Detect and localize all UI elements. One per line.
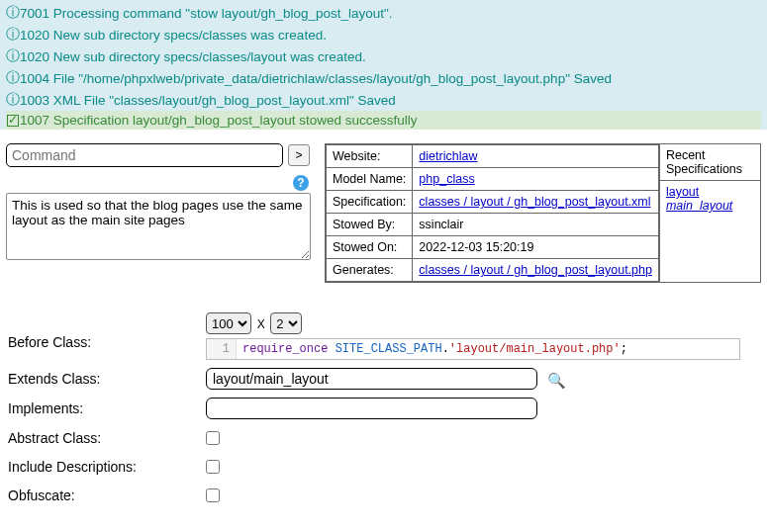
label-spec: Specification: — [327, 191, 413, 214]
label-obfuscate: Obfuscate: — [8, 485, 206, 503]
label-abstract: Abstract Class: — [8, 427, 206, 446]
label-before-class: Before Class: — [8, 312, 206, 350]
info-panel: Website: dietrichlaw Model Name: php_cla… — [325, 143, 761, 283]
log-text: 1020 New sub directory specs/classes was… — [20, 28, 327, 43]
value-stowedby: ssinclair — [413, 214, 659, 236]
code-editor[interactable]: 1 require_once SITE_CLASS_PATH.'layout/m… — [206, 338, 740, 360]
log-line: ⓘ 7001 Processing command "stow layout/g… — [6, 2, 761, 24]
label-stowedon: Stowed On: — [327, 236, 413, 259]
log-line: ⓘ 1020 New sub directory specs/classes w… — [6, 24, 761, 45]
go-button[interactable]: > — [288, 144, 310, 166]
recent-link-name: main_layout — [666, 199, 732, 213]
extends-input[interactable] — [206, 368, 537, 390]
code-gutter: 1 — [207, 339, 237, 359]
code-semi: ; — [621, 342, 627, 356]
value-stowedon: 2022-12-03 15:20:19 — [413, 236, 659, 259]
spec-link[interactable]: classes / layout / gh_blog_post_layout.x… — [419, 195, 650, 209]
log-text: 1007 Specification layout/gh_blog_post_l… — [20, 113, 418, 128]
width-select[interactable]: 100 — [206, 312, 251, 334]
log-text: 1004 File "/home/phpxlweb/private_data/d… — [20, 71, 612, 86]
info-icon: ⓘ — [6, 26, 20, 44]
info-icon: ⓘ — [6, 47, 20, 65]
command-input[interactable] — [6, 143, 283, 167]
code-dot: . — [442, 342, 449, 356]
label-stowedby: Stowed By: — [327, 214, 413, 236]
recent-header: Recent Specifications — [660, 144, 760, 181]
log-panel: ⓘ 7001 Processing command "stow layout/g… — [0, 0, 767, 130]
label-generates: Generates: — [327, 259, 413, 282]
log-text: 1003 XML File "classes/layout/gh_blog_po… — [20, 93, 396, 108]
code-string: 'layout/main_layout.php' — [449, 342, 621, 356]
log-text: 1020 New sub directory specs/classes/lay… — [20, 49, 366, 64]
height-select[interactable]: 2 — [270, 312, 302, 334]
website-link[interactable]: dietrichlaw — [419, 149, 477, 163]
log-line: ⓘ 1020 New sub directory specs/classes/l… — [6, 45, 761, 67]
help-icon[interactable]: ? — [293, 175, 309, 191]
log-text: 7001 Processing command "stow layout/gh_… — [20, 6, 393, 21]
description-textarea[interactable]: This is used so that the blog pages use … — [6, 193, 311, 260]
form-area: Before Class: 100 X 2 1 require_once SIT… — [0, 285, 767, 509]
code-keyword: require_once — [242, 342, 328, 356]
label-implements: Implements: — [8, 398, 206, 416]
check-icon — [6, 113, 20, 128]
code-const: SITE_CLASS_PATH — [336, 342, 442, 356]
log-success-line: 1007 Specification layout/gh_blog_post_l… — [6, 111, 761, 130]
label-model: Model Name: — [327, 168, 413, 191]
info-table: Website: dietrichlaw Model Name: php_cla… — [326, 144, 659, 282]
log-line: ⓘ 1004 File "/home/phpxlweb/private_data… — [6, 67, 761, 89]
include-desc-checkbox[interactable] — [206, 460, 220, 474]
label-website: Website: — [327, 145, 413, 168]
obfuscate-checkbox[interactable] — [206, 488, 220, 502]
magnify-icon[interactable]: 🔍 — [547, 372, 566, 390]
recent-prefix: layout — [666, 185, 699, 199]
info-icon: ⓘ — [6, 91, 20, 109]
label-include-desc: Include Descriptions: — [8, 456, 206, 475]
info-icon: ⓘ — [6, 69, 20, 87]
recent-spec-link[interactable]: layout main_layout — [666, 185, 732, 213]
log-line: ⓘ 1003 XML File "classes/layout/gh_blog_… — [6, 89, 761, 111]
implements-input[interactable] — [206, 398, 537, 419]
abstract-checkbox[interactable] — [206, 431, 220, 445]
size-x: X — [257, 317, 265, 331]
label-extends: Extends Class: — [8, 368, 206, 387]
info-icon: ⓘ — [6, 4, 20, 22]
model-link[interactable]: php_class — [419, 172, 474, 186]
generates-link[interactable]: classes / layout / gh_blog_post_layout.p… — [419, 263, 652, 277]
code-body[interactable]: require_once SITE_CLASS_PATH.'layout/mai… — [237, 339, 633, 359]
